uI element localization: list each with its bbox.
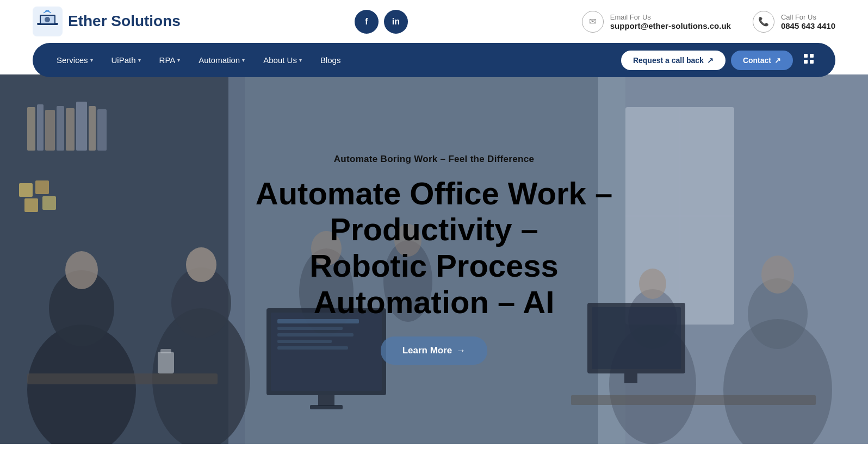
email-details: Email For Us support@ether-solutions.co.… [610, 13, 731, 30]
hero-content: Automate Boring Work – Feel the Differen… [0, 74, 868, 444]
svg-rect-8 [810, 60, 814, 64]
email-contact: ✉ Email For Us support@ether-solutions.c… [582, 11, 731, 33]
svg-rect-7 [804, 60, 808, 64]
svg-point-4 [45, 17, 50, 22]
header: Ether Solutions f in ✉ Email For Us supp… [0, 0, 868, 43]
svg-rect-5 [804, 54, 808, 58]
hero-title: Automate Office Work – Productivity – Ro… [244, 176, 624, 321]
logo-icon [33, 7, 63, 36]
grid-menu-button[interactable] [798, 48, 819, 72]
linkedin-button[interactable]: in [384, 10, 408, 34]
linkedin-icon: in [392, 17, 400, 27]
chevron-down-icon: ▾ [177, 57, 180, 63]
logo-text: Ether Solutions [68, 13, 181, 30]
svg-rect-6 [810, 54, 814, 58]
email-label: Email For Us [610, 13, 731, 21]
email-value: support@ether-solutions.co.uk [610, 21, 731, 30]
social-icons: f in [355, 10, 408, 34]
contact-button[interactable]: Contact ↗ [731, 51, 793, 70]
arrow-icon: ↗ [707, 56, 714, 65]
facebook-icon: f [365, 17, 368, 27]
contact-info: ✉ Email For Us support@ether-solutions.c… [582, 11, 835, 33]
facebook-button[interactable]: f [355, 10, 379, 34]
phone-icon: 📞 [753, 11, 774, 33]
nav-item-about[interactable]: About Us ▾ [256, 51, 309, 69]
hero-subtitle: Automate Boring Work – Feel the Differen… [334, 154, 534, 165]
chevron-down-icon: ▾ [242, 57, 245, 63]
nav-item-uipath[interactable]: UiPath ▾ [104, 51, 148, 69]
email-icon: ✉ [582, 11, 604, 33]
phone-contact: 📞 Call For Us 0845 643 4410 [753, 11, 835, 33]
arrow-icon: → [456, 345, 466, 356]
nav-item-rpa[interactable]: RPA ▾ [152, 51, 188, 69]
nav-actions: Request a call back ↗ Contact ↗ [621, 48, 819, 72]
phone-label: Call For Us [781, 13, 835, 21]
learn-more-button[interactable]: Learn More → [381, 336, 488, 365]
nav-bar: Services ▾ UiPath ▾ RPA ▾ Automation ▾ A… [33, 43, 835, 77]
phone-value: 0845 643 4410 [781, 21, 835, 30]
logo-area: Ether Solutions [33, 7, 181, 36]
chevron-down-icon: ▾ [138, 57, 141, 63]
grid-icon [803, 55, 815, 67]
hero-section: Automate Boring Work – Feel the Differen… [0, 74, 868, 444]
arrow-icon: ↗ [774, 56, 781, 65]
nav-item-automation[interactable]: Automation ▾ [191, 51, 252, 69]
phone-details: Call For Us 0845 643 4410 [781, 13, 835, 30]
nav-item-blogs[interactable]: Blogs [313, 51, 349, 69]
chevron-down-icon: ▾ [299, 57, 302, 63]
nav-links: Services ▾ UiPath ▾ RPA ▾ Automation ▾ A… [49, 51, 348, 69]
chevron-down-icon: ▾ [90, 57, 93, 63]
nav-item-services[interactable]: Services ▾ [49, 51, 101, 69]
request-callback-button[interactable]: Request a call back ↗ [621, 51, 726, 70]
